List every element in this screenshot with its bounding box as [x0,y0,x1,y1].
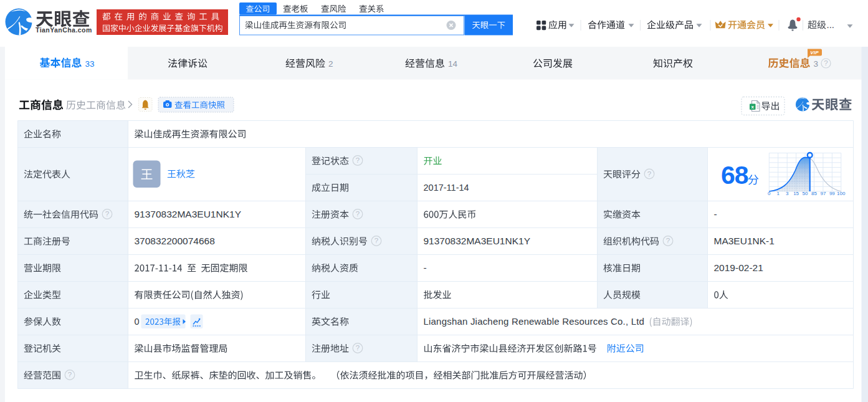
svg-text:15: 15 [793,191,799,196]
svg-text:14: 14 [448,59,458,69]
svg-text:0: 0 [135,317,140,327]
svg-text:91370832MA3EU1NK1Y: 91370832MA3EU1NK1Y [135,209,241,219]
svg-text:85: 85 [811,191,817,196]
svg-text:?: ? [356,156,360,164]
svg-text:2: 2 [328,59,333,69]
svg-text:VIP: VIP [810,50,819,55]
svg-text:?: ? [647,170,651,178]
svg-text:91370832MA3EU1NK1Y: 91370832MA3EU1NK1Y [424,236,530,246]
svg-text:99: 99 [829,191,835,196]
svg-text:2017-11-14: 2017-11-14 [424,183,469,193]
svg-text:3: 3 [814,59,819,69]
svg-text:50: 50 [803,191,808,196]
svg-text:?: ? [824,59,827,67]
svg-text:1: 1 [777,191,780,196]
svg-text:0: 0 [768,191,771,196]
svg-text:?: ? [374,237,378,244]
svg-text:?: ? [68,371,72,378]
svg-text:3: 3 [786,191,789,196]
svg-text:370832200074668: 370832200074668 [135,236,215,246]
svg-text:100: 100 [837,191,846,196]
svg-text:?: ? [666,237,670,244]
svg-text:33: 33 [85,59,95,69]
svg-text:?: ? [356,344,360,352]
svg-text:MA3EU1NK-1: MA3EU1NK-1 [714,236,775,246]
svg-text:Liangshan Jiacheng Renewable R: Liangshan Jiacheng Renewable Resources C… [424,316,645,327]
svg-text:?: ? [356,210,360,218]
svg-text:68: 68 [721,161,748,189]
svg-text:97: 97 [820,191,826,196]
svg-text:TianYanCha.com: TianYanCha.com [36,26,92,34]
svg-text:-: - [714,209,717,219]
svg-text:x: x [751,104,754,110]
svg-text:...: ... [827,19,835,30]
svg-text:?: ? [105,210,109,218]
svg-text:2019-02-21: 2019-02-21 [714,262,763,273]
svg-text:-: - [424,262,427,273]
